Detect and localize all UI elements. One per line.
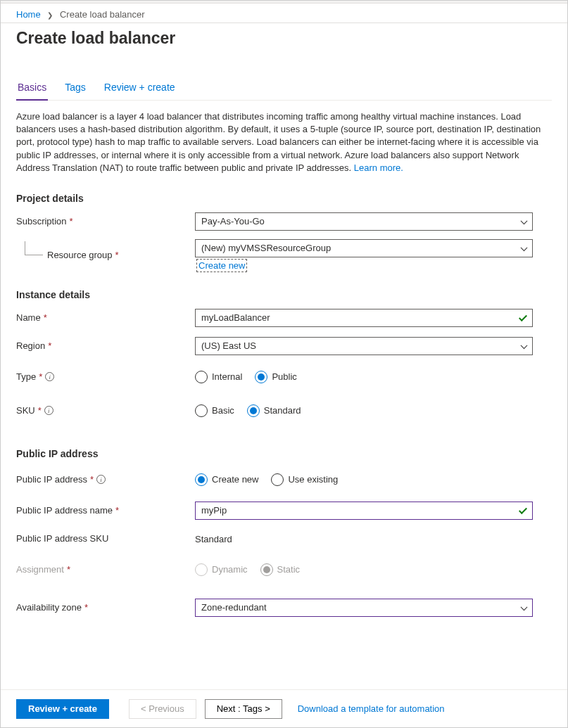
info-icon[interactable]: i	[96, 475, 106, 484]
footer: Review + create < Previous Next : Tags >…	[1, 689, 567, 727]
subscription-select[interactable]: Pay-As-You-Go	[195, 212, 533, 231]
label-public-ip: Public IP address	[16, 474, 87, 485]
next-button[interactable]: Next : Tags >	[205, 699, 282, 719]
chevron-right-icon: ❯	[47, 11, 53, 19]
radio-public-ip-use-existing[interactable]: Use existing	[271, 473, 338, 486]
label-resource-group: Resource group	[47, 250, 113, 260]
tab-tags[interactable]: Tags	[63, 79, 87, 100]
name-input[interactable]: myLoadBalancer	[195, 309, 533, 327]
tab-basics[interactable]: Basics	[16, 79, 48, 100]
required-indicator: *	[67, 564, 70, 575]
radio-assignment-dynamic: Dynamic	[195, 563, 248, 576]
label-sku: SKU	[16, 405, 35, 416]
label-assignment: Assignment	[16, 564, 64, 575]
required-indicator: *	[84, 602, 88, 613]
radio-sku-standard[interactable]: Standard	[247, 404, 301, 417]
section-project-details: Project details	[16, 193, 552, 204]
breadcrumb: Home ❯ Create load balancer	[1, 4, 567, 23]
review-create-button[interactable]: Review + create	[16, 699, 109, 719]
tab-review[interactable]: Review + create	[103, 79, 177, 100]
page-title: Create load balancer	[1, 23, 567, 59]
radio-public-ip-create-new[interactable]: Create new	[195, 473, 258, 486]
previous-button: < Previous	[129, 699, 196, 719]
required-indicator: *	[38, 405, 42, 416]
radio-type-internal[interactable]: Internal	[195, 371, 242, 383]
section-instance-details: Instance details	[16, 289, 552, 300]
required-indicator: *	[115, 250, 119, 260]
label-public-ip-name: Public IP address name	[16, 505, 113, 516]
required-indicator: *	[115, 505, 119, 516]
create-new-link[interactable]: Create new	[198, 260, 246, 271]
resource-group-select[interactable]: (New) myVMSSResourceGroup	[195, 239, 533, 257]
label-availability-zone: Availability zone	[16, 602, 82, 613]
required-indicator: *	[48, 340, 51, 351]
label-public-ip-sku: Public IP address SKU	[16, 533, 108, 544]
region-select[interactable]: (US) East US	[195, 337, 533, 355]
tabs: Basics Tags Review + create	[16, 79, 552, 101]
availability-zone-select[interactable]: Zone-redundant	[195, 599, 533, 617]
download-template-link[interactable]: Download a template for automation	[298, 703, 445, 714]
radio-type-public[interactable]: Public	[255, 371, 296, 383]
breadcrumb-current: Create load balancer	[60, 9, 145, 20]
info-icon[interactable]: i	[44, 406, 53, 415]
description: Azure load balancer is a layer 4 load ba…	[16, 110, 552, 174]
required-indicator: *	[44, 312, 47, 323]
label-name: Name	[16, 312, 41, 323]
public-ip-name-input[interactable]: myPip	[195, 502, 533, 520]
learn-more-link[interactable]: Learn more.	[354, 162, 403, 173]
required-indicator: *	[70, 216, 73, 226]
required-indicator: *	[90, 474, 94, 485]
breadcrumb-home[interactable]: Home	[16, 9, 41, 20]
label-region: Region	[16, 340, 45, 351]
info-icon[interactable]: i	[45, 372, 54, 381]
radio-sku-basic[interactable]: Basic	[195, 404, 234, 417]
tree-connector-icon	[25, 241, 43, 255]
radio-assignment-static: Static	[260, 563, 301, 576]
section-public-ip: Public IP address	[16, 448, 552, 459]
label-subscription: Subscription	[16, 216, 67, 226]
public-ip-sku-value: Standard	[195, 532, 533, 544]
label-type: Type	[16, 371, 36, 382]
required-indicator: *	[39, 371, 42, 382]
